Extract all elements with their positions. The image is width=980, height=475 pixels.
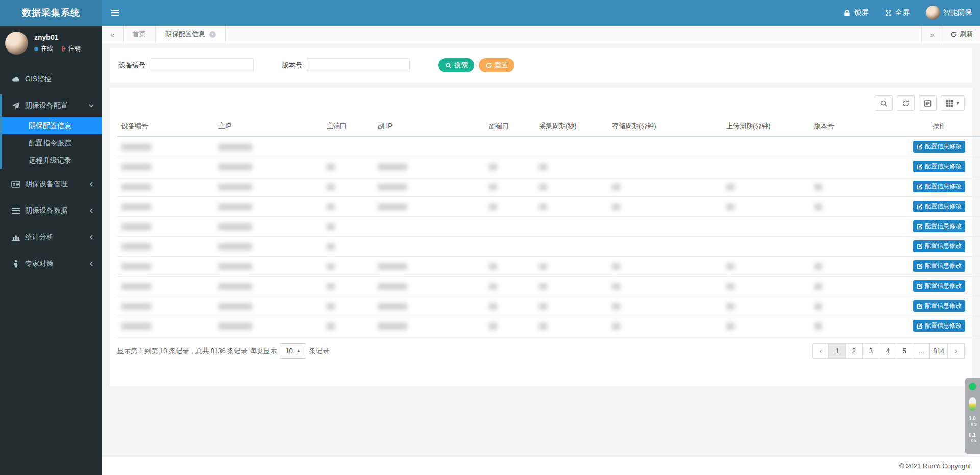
table-row: 配置信息修改 bbox=[117, 216, 980, 236]
pager-page-button[interactable]: 3 bbox=[863, 343, 879, 359]
redacted-cell-value bbox=[218, 223, 252, 230]
net-speed-widget[interactable]: 1.0 ↑ K/s 0.1 ↓ K/s bbox=[965, 378, 980, 454]
sidebar-menu: GIS监控 阴保设备配置 阴保配置信息 配置指令跟踪 远程升级记录 阴保设备管理 bbox=[0, 68, 102, 275]
column-header: 副 IP bbox=[374, 116, 485, 137]
tab-refresh-button[interactable]: 刷新 bbox=[943, 26, 980, 43]
edit-icon bbox=[917, 243, 923, 249]
redacted-cell-value bbox=[814, 184, 822, 190]
tab-close-icon[interactable]: × bbox=[209, 31, 216, 38]
toolbar-columns-button[interactable]: ▼ bbox=[941, 95, 965, 111]
redacted-cell-value bbox=[121, 243, 151, 250]
pager: ‹12345...814› bbox=[812, 343, 965, 359]
tabs-scroll-left-button[interactable]: « bbox=[102, 26, 124, 43]
table-row: 配置信息修改 bbox=[117, 296, 980, 316]
sidebar-item-device-data[interactable]: 阴保设备数据 bbox=[0, 199, 102, 222]
pagination-bar: 显示第 1 到第 10 条记录，总共 8136 条记录 每页显示 10 ▲ 条记… bbox=[117, 343, 965, 359]
redacted-cell-value bbox=[378, 263, 407, 270]
sidebar-item-remote-upgrade[interactable]: 远程升级记录 bbox=[2, 152, 102, 169]
redacted-cell-value bbox=[489, 204, 497, 210]
refresh-icon bbox=[950, 31, 957, 38]
app-logo[interactable]: 数据采集系统 bbox=[0, 0, 102, 26]
redacted-cell-value bbox=[378, 204, 407, 210]
redacted-cell-value bbox=[378, 323, 407, 330]
edit-icon bbox=[917, 323, 923, 329]
sidebar-item-gis[interactable]: GIS监控 bbox=[0, 68, 102, 90]
redacted-cell-value bbox=[612, 184, 620, 190]
toolbar-refresh-button[interactable] bbox=[897, 95, 915, 111]
caret-down-icon: ▼ bbox=[955, 101, 960, 106]
sidebar-item-statistics[interactable]: 统计分析 bbox=[0, 226, 102, 248]
version-input[interactable] bbox=[307, 58, 410, 72]
user-avatar[interactable] bbox=[5, 32, 28, 55]
search-panel: 设备编号: 版本号: 搜索 重置 bbox=[110, 48, 972, 83]
config-edit-button[interactable]: 配置信息修改 bbox=[913, 240, 965, 252]
table-header-row: 设备编号主IP主端口副 IP副端口采集周期(秒)存储周期(分钟)上传周期(分钟)… bbox=[117, 116, 980, 137]
online-status-dot bbox=[34, 47, 38, 51]
version-label: 版本号: bbox=[282, 61, 304, 70]
sidebar-item-expert[interactable]: 专家对策 bbox=[0, 253, 102, 275]
reset-button[interactable]: 重置 bbox=[479, 58, 514, 72]
redacted-cell-value bbox=[121, 184, 151, 190]
table-row: 配置信息修改 bbox=[117, 157, 980, 177]
redacted-cell-value bbox=[539, 323, 547, 330]
config-edit-button[interactable]: 配置信息修改 bbox=[913, 201, 965, 212]
page-size-dropdown[interactable]: 10 ▲ bbox=[280, 343, 306, 359]
redacted-cell-value bbox=[726, 204, 734, 210]
sidebar-item-config-info[interactable]: 阴保配置信息 bbox=[2, 117, 102, 134]
redacted-cell-value bbox=[218, 184, 252, 190]
config-edit-button[interactable]: 配置信息修改 bbox=[913, 141, 965, 153]
pager-page-button[interactable]: 814 bbox=[930, 343, 948, 359]
redacted-cell-value bbox=[612, 303, 620, 310]
config-edit-button[interactable]: 配置信息修改 bbox=[913, 161, 965, 172]
pager-prev-button[interactable]: ‹ bbox=[812, 343, 829, 359]
chevron-left-icon bbox=[88, 181, 94, 187]
pagination-info: 显示第 1 到第 10 条记录，总共 8136 条记录 bbox=[117, 346, 247, 356]
device-number-input[interactable] bbox=[151, 58, 254, 72]
config-table: 设备编号主IP主端口副 IP副端口采集周期(秒)存储周期(分钟)上传周期(分钟)… bbox=[117, 116, 980, 336]
tab-config-info[interactable]: 阴保配置信息 × bbox=[156, 26, 226, 43]
sidebar-item-command-trace[interactable]: 配置指令跟踪 bbox=[2, 134, 102, 152]
pager-page-button[interactable]: 4 bbox=[879, 343, 896, 359]
user-menu[interactable]: 智能阴保 bbox=[918, 0, 980, 26]
main-content: 设备编号: 版本号: 搜索 重置 bbox=[102, 44, 980, 457]
chevron-left-icon bbox=[88, 261, 94, 267]
pager-page-button[interactable]: 1 bbox=[829, 343, 846, 359]
tab-home[interactable]: 首页 bbox=[124, 26, 156, 43]
table-toolbar: ▼ bbox=[117, 95, 965, 111]
config-edit-button[interactable]: 配置信息修改 bbox=[913, 260, 965, 272]
pager-next-button[interactable]: › bbox=[948, 343, 965, 359]
user-name: znyb01 bbox=[34, 33, 81, 41]
config-edit-button[interactable]: 配置信息修改 bbox=[913, 220, 965, 232]
pager-page-button[interactable]: 2 bbox=[846, 343, 863, 359]
config-edit-button[interactable]: 配置信息修改 bbox=[913, 320, 965, 332]
online-status-label: 在线 bbox=[41, 44, 53, 53]
redacted-cell-value bbox=[327, 184, 335, 190]
per-page-label: 每页显示 bbox=[250, 346, 277, 356]
toolbar-search-button[interactable] bbox=[875, 95, 893, 111]
search-button[interactable]: 搜索 bbox=[438, 58, 474, 72]
sign-out-icon bbox=[60, 45, 66, 52]
lock-screen-button[interactable]: 锁屏 bbox=[835, 0, 876, 26]
redacted-cell-value bbox=[539, 263, 547, 270]
config-edit-button[interactable]: 配置信息修改 bbox=[913, 181, 965, 192]
sidebar-item-device-mgmt[interactable]: 阴保设备管理 bbox=[0, 173, 102, 195]
submenu-device-config: 阴保配置信息 配置指令跟踪 远程升级记录 bbox=[2, 117, 102, 169]
sidebar-toggle-button[interactable] bbox=[102, 0, 128, 26]
config-edit-button[interactable]: 配置信息修改 bbox=[913, 280, 965, 292]
toolbar-detail-view-button[interactable] bbox=[919, 95, 937, 111]
tabs-scroll-right-button[interactable]: » bbox=[921, 26, 943, 43]
table-row: 配置信息修改 bbox=[117, 137, 980, 157]
redacted-cell-value bbox=[378, 184, 407, 190]
redacted-cell-value bbox=[814, 263, 822, 270]
logout-link[interactable]: 注销 bbox=[60, 44, 81, 53]
redacted-cell-value bbox=[726, 263, 734, 270]
sidebar-item-device-config[interactable]: 阴保设备配置 bbox=[2, 94, 102, 117]
redacted-cell-value bbox=[327, 204, 335, 210]
copyright-text: © 2021 RuoYi Copyright bbox=[899, 462, 971, 470]
fullscreen-button[interactable]: 全屏 bbox=[876, 0, 918, 26]
config-edit-button[interactable]: 配置信息修改 bbox=[913, 300, 965, 312]
arrow-up-icon: ↑ bbox=[968, 422, 970, 427]
redacted-cell-value bbox=[612, 283, 620, 290]
pager-page-button[interactable]: 5 bbox=[896, 343, 913, 359]
redacted-cell-value bbox=[814, 204, 822, 210]
